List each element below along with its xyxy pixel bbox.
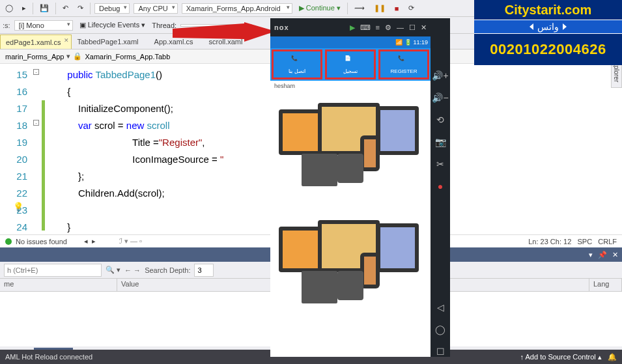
tab-label: TabbedPage1.xaml	[77, 38, 138, 46]
config-dropdown[interactable]: Debug	[94, 3, 130, 14]
android-statusbar: 📶 🔋 11:19	[270, 36, 431, 48]
nav-fwd-icon[interactable]: ▸	[20, 3, 29, 14]
app-tab-contact[interactable]: 📞 اتصل بنا	[272, 49, 322, 79]
volume-down-icon[interactable]: 🔊−	[432, 92, 448, 103]
rotate-icon[interactable]: ⟲	[436, 115, 444, 125]
step-icon[interactable]: ⟿	[352, 3, 367, 14]
cursor-position: Ln: 23 Ch: 12	[528, 238, 571, 245]
lightbulb-icon[interactable]: 💡	[13, 202, 23, 212]
wifi-icon: 📶 🔋	[395, 39, 412, 46]
pause-icon[interactable]: ❚❚	[371, 3, 388, 14]
tab-label: App.xaml.cs	[154, 38, 193, 46]
stop-icon[interactable]: ■	[392, 3, 402, 14]
close-icon[interactable]: ✕	[421, 23, 427, 32]
change-indicator	[42, 64, 46, 234]
col-lang[interactable]: Lang	[589, 279, 622, 291]
nox-titlebar: nox ▶ ⌨ ≡ ⚙ — ☐ ✕	[270, 18, 431, 36]
minimize-icon[interactable]: —	[397, 23, 404, 32]
fold-box-icon[interactable]: -	[33, 69, 39, 75]
thread-label: Thread:	[152, 21, 177, 29]
restart-icon[interactable]: ⟳	[406, 3, 417, 14]
continue-label: Continue	[306, 4, 335, 12]
hot-reload-status: AML Hot Reload connected	[5, 353, 92, 361]
phone-icon: 📞	[291, 55, 303, 67]
save-all-icon[interactable]: 💾	[37, 3, 51, 14]
nox-sidebar: 🔊+ 🔊− ⟲ 📷 ✂ ● ◁ ◯ ☐	[431, 18, 450, 357]
tab-scroll-xaml[interactable]: scroll.xaml	[204, 35, 253, 49]
lifecycle-events-button[interactable]: ▣ Lifecycle Events ▾	[77, 20, 148, 31]
platform-dropdown[interactable]: Any CPU	[134, 3, 177, 14]
record-icon[interactable]: ●	[438, 181, 443, 191]
pin-icon[interactable]: 📌	[598, 251, 607, 259]
close-icon[interactable]: ✕	[64, 37, 69, 44]
brand-overlay: Citystarit.com واتس 00201022004626	[474, 0, 622, 65]
app-tab-label: اتصل بنا	[289, 68, 305, 74]
pos-devices-image	[279, 96, 422, 194]
continue-button[interactable]: ▶ Continue ▾	[296, 3, 343, 14]
menu-icon[interactable]: ≡	[376, 23, 380, 32]
app-tab-register-en[interactable]: 📞 REGISTER	[378, 49, 429, 79]
process-dropdown[interactable]: [i] Mono	[14, 20, 73, 31]
doc-icon: 📄	[345, 55, 356, 67]
scissors-icon[interactable]: ✂	[436, 159, 444, 169]
tab-app-xaml-cs[interactable]: App.xaml.cs	[149, 35, 204, 49]
volume-up-icon[interactable]: 🔊+	[432, 70, 448, 81]
search-depth-label: Search Depth:	[145, 266, 190, 274]
search-input[interactable]	[4, 264, 102, 277]
emulator-caption: hesham	[272, 82, 297, 90]
phone-icon: 📞	[398, 55, 410, 67]
app-tab-label: REGISTER	[391, 68, 417, 74]
ok-status-icon	[5, 238, 12, 245]
namespace-dropdown[interactable]: marin_Forms_App	[5, 53, 64, 61]
app-content[interactable]	[270, 81, 431, 357]
issues-text: No issues found	[16, 238, 67, 245]
class-dropdown[interactable]: Xamarin_Forms_App.Tabb	[85, 53, 170, 61]
nav-back-icon[interactable]: ◁	[437, 302, 444, 313]
search-depth-input[interactable]	[194, 264, 214, 277]
redo-icon[interactable]: ↷	[75, 3, 86, 14]
keyboard-icon[interactable]: ⌨	[360, 23, 371, 32]
add-source-control-button[interactable]: ↑ Add to Source Control ▴ 🔔	[520, 353, 617, 361]
nav-back-icon[interactable]: ◯	[3, 3, 16, 14]
nav-recent-icon[interactable]: ☐	[436, 346, 445, 357]
thread-dropdown[interactable]	[180, 24, 252, 27]
close-icon[interactable]: ✕	[612, 251, 618, 259]
col-name[interactable]: me	[0, 279, 117, 291]
tab-label: edPage1.xaml.cs	[6, 38, 61, 46]
tab-tabbedpage1-cs[interactable]: edPage1.xaml.cs✕	[0, 35, 72, 49]
app-tab-register-ar[interactable]: 📄 تسجيل	[325, 49, 376, 79]
play-store-icon[interactable]: ▶	[350, 23, 355, 32]
tab-label: scroll.xaml	[209, 38, 243, 46]
line-ending: CRLF	[598, 238, 617, 245]
insert-mode: SPC	[577, 238, 592, 245]
fold-column[interactable]: - -	[33, 64, 42, 234]
brand-whats-label: واتس	[474, 20, 622, 34]
pos-devices-image	[279, 214, 422, 311]
status-time: 11:19	[413, 39, 428, 46]
undo-icon[interactable]: ↶	[60, 3, 71, 14]
brand-phone: 00201022004626	[474, 34, 622, 65]
fold-box-icon[interactable]: -	[33, 120, 39, 126]
app-tab-bar: 📞 اتصل بنا 📄 تسجيل 📞 REGISTER	[270, 48, 431, 81]
screenshot-icon[interactable]: 📷	[435, 137, 446, 147]
process-label: :s:	[3, 21, 10, 29]
brand-site: Citystarit.com	[474, 0, 622, 20]
settings-icon[interactable]: ⚙	[385, 23, 391, 32]
add-source-control-label: Add to Source Control	[526, 353, 596, 361]
nox-logo: nox	[274, 23, 289, 31]
maximize-icon[interactable]: ☐	[409, 23, 416, 32]
startup-project-dropdown[interactable]: Xamarin_Forms_App.Android	[182, 3, 292, 14]
nav-home-icon[interactable]: ◯	[435, 324, 445, 335]
nox-emulator-window: nox ▶ ⌨ ≡ ⚙ — ☐ ✕ 📶 🔋 11:19 📞 اتصل بنا 📄	[270, 18, 450, 357]
lifecycle-label: Lifecycle Events	[88, 21, 139, 29]
app-tab-label: تسجيل	[343, 68, 358, 74]
window-dropdown-icon[interactable]: ▾	[589, 251, 593, 259]
tab-tabbedpage1-xaml[interactable]: TabbedPage1.xaml	[72, 35, 148, 49]
